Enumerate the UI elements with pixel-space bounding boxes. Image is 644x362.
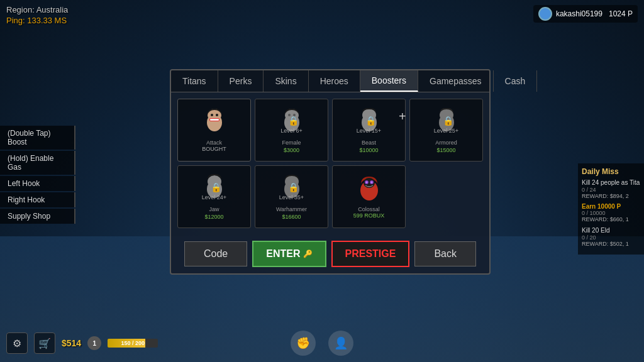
mission-text-1: Earn 10000 P: [582, 203, 640, 210]
colossal-character-svg: [353, 172, 385, 203]
gas-button[interactable]: (Hold) Enable Gas: [0, 151, 75, 175]
level-badge: 1: [87, 336, 101, 350]
supply-shop-button[interactable]: Supply Shop: [0, 209, 75, 224]
lock-overlay-jaw: Level 24+: [178, 166, 250, 228]
enter-button-label: ENTER: [266, 248, 300, 260]
bottom-center-icons: ✊ 👤: [291, 331, 353, 356]
tab-skins[interactable]: Skins: [264, 70, 308, 92]
settings-icon: ⚙: [13, 337, 21, 349]
mission-text-2: Kill 20 Eld: [582, 226, 640, 234]
mission-reward-2: REWARD: $502, 1: [582, 241, 640, 247]
mission-reward-1: REWARD: $660, 1: [582, 216, 640, 222]
tab-gamepasses[interactable]: Gamepasses: [418, 70, 493, 92]
lock-overlay-warhammer: Level 35+: [255, 166, 328, 228]
back-button[interactable]: Back: [414, 241, 476, 266]
username-label: kakashi05199: [556, 9, 602, 18]
shop-panel: Titans Perks Skins Heroes Boosters Gamep…: [170, 69, 491, 275]
skin-name-attack: Attack: [206, 140, 222, 146]
lock-level-warhammer: Level 35+: [279, 194, 304, 200]
skin-name-colossal: Colossal: [358, 206, 380, 212]
attack-character-svg: [199, 105, 230, 136]
tab-boosters[interactable]: Boosters: [360, 70, 418, 92]
skin-card-armored[interactable]: 🔒 Level 25+ Armored $15000: [409, 99, 483, 162]
region-label: Region: Australia: [6, 5, 68, 14]
skin-card-beast[interactable]: 🔒 Level 15+ Beast $10000: [332, 99, 406, 162]
enter-icon: 🔑: [303, 250, 313, 258]
ability-icon: 👤: [334, 336, 348, 350]
lock-level-beast: Level 15+: [357, 128, 381, 134]
svg-point-28: [370, 182, 372, 184]
lock-overlay-female: Level 6+: [255, 99, 328, 161]
skin-price-colossal: 599 ROBUX: [353, 212, 385, 219]
mission-progress-1: 0 / 10000: [582, 210, 640, 216]
top-left-info: Region: Australia Ping: 133.33 MS: [6, 5, 68, 25]
skins-grid: Attack BOUGHT 🔒 Level 6+ Female $30: [171, 92, 489, 234]
cash-display: $514: [62, 338, 81, 348]
mission-text-0: Kill 24 people as Tita: [582, 178, 640, 187]
tab-titans[interactable]: Titans: [171, 70, 218, 92]
top-hud: Region: Australia Ping: 133.33 MS kakash…: [0, 5, 644, 25]
svg-point-3: [216, 114, 218, 116]
lock-level-jaw: Level 24+: [202, 194, 226, 200]
xp-bar-container: 150 / 200: [108, 339, 158, 348]
tab-heroes[interactable]: Heroes: [309, 70, 360, 92]
crosshair: +: [399, 109, 406, 124]
shop-tabs: Titans Perks Skins Heroes Boosters Gamep…: [171, 70, 489, 92]
avatar: [538, 7, 552, 21]
attack-icon-button[interactable]: ✊: [291, 331, 316, 356]
lock-overlay-beast: Level 15+: [333, 99, 405, 161]
mission-progress-0: 0 / 24: [582, 187, 640, 193]
robux-count: 1024 P: [609, 9, 633, 18]
xp-text: 150 / 200: [108, 339, 158, 348]
skin-head-colossal: [353, 171, 386, 204]
settings-button[interactable]: ⚙: [6, 332, 28, 354]
skin-card-jaw[interactable]: 🔒 Level 24+ Jaw $12000: [177, 165, 251, 228]
shop-bottom-buttons: Code ENTER 🔑 PRESTIGE Back: [171, 234, 489, 273]
left-sidebar: (Double Tap) Boost (Hold) Enable Gas Lef…: [0, 126, 75, 224]
skin-head-attack: [198, 104, 231, 137]
boost-button[interactable]: (Double Tap) Boost: [0, 126, 75, 150]
skin-card-female[interactable]: 🔒 Level 6+ Female $3000: [255, 99, 328, 162]
prestige-button[interactable]: PRESTIGE: [331, 241, 410, 267]
svg-rect-5: [210, 119, 219, 121]
skin-card-attack[interactable]: Attack BOUGHT: [177, 99, 251, 162]
code-button[interactable]: Code: [184, 241, 247, 266]
missions-title: Daily Miss: [582, 167, 640, 176]
lock-level-female: Level 6+: [280, 128, 302, 134]
tab-cash[interactable]: Cash: [494, 70, 538, 92]
attack-icon: ✊: [296, 336, 310, 350]
missions-panel: Daily Miss Kill 24 people as Tita 0 / 24…: [578, 163, 644, 255]
lock-level-armored: Level 25+: [434, 128, 458, 134]
top-right-info: kakashi05199 1024 P: [533, 5, 638, 23]
skin-status-attack: BOUGHT: [202, 146, 226, 152]
right-hook-button[interactable]: Right Hook: [0, 192, 75, 207]
mission-item-2: Kill 20 Eld 0 / 20 REWARD: $502, 1: [582, 226, 640, 247]
ability-icon-button[interactable]: 👤: [328, 331, 353, 356]
mission-progress-2: 0 / 20: [582, 234, 640, 241]
ping-label: Ping: 133.33 MS: [6, 16, 68, 25]
mission-item-1: Earn 10000 P 0 / 10000 REWARD: $660, 1: [582, 203, 640, 222]
mission-reward-0: REWARD: $894, 2: [582, 193, 640, 199]
shop-hud-button[interactable]: 🛒: [34, 332, 55, 354]
tab-perks[interactable]: Perks: [218, 70, 264, 92]
mission-item-0: Kill 24 people as Tita 0 / 24 REWARD: $8…: [582, 178, 640, 199]
lock-overlay-armored: Level 25+: [410, 99, 482, 161]
shop-icon: 🛒: [38, 337, 51, 349]
svg-point-27: [365, 182, 367, 184]
left-hook-button[interactable]: Left Hook: [0, 176, 75, 191]
svg-point-2: [211, 114, 213, 116]
skin-card-colossal[interactable]: Colossal 599 ROBUX: [332, 165, 406, 228]
enter-button[interactable]: ENTER 🔑: [252, 241, 326, 267]
skin-card-warhammer[interactable]: 🔒 Level 35+ Warhammer $16600: [255, 165, 328, 228]
